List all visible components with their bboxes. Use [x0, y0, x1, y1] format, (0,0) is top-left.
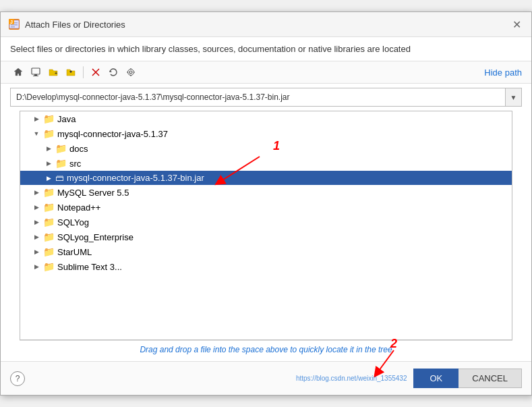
expand-icon: ▶ — [32, 189, 40, 196]
tree-overlay: ▶ 📁 Java ▼ 📁 mysql-connector-java-5.1.37… — [10, 111, 522, 340]
close-button[interactable]: ✕ — [510, 18, 523, 31]
folder-icon: 📁 — [43, 128, 55, 139]
path-input[interactable] — [11, 90, 505, 105]
dialog-title: Attach Files or Directories — [25, 20, 125, 30]
expand-icon: ▶ — [32, 115, 40, 122]
dialog-icon: J — [9, 19, 20, 30]
svg-point-12 — [129, 71, 132, 74]
item-label: Sublime Text 3... — [57, 262, 122, 272]
item-label: SQLyog_Enterprise — [57, 232, 134, 242]
expand-icon: ▶ — [32, 234, 40, 240]
item-label: mysql-connector-java-5.1.37 — [57, 129, 168, 139]
settings-button[interactable] — [123, 64, 139, 80]
toolbar-icons: + — [10, 64, 139, 80]
jar-icon: 🗃 — [55, 173, 64, 183]
folder-icon: 📁 — [43, 261, 55, 272]
delete-button[interactable] — [88, 64, 104, 80]
tree-item[interactable]: ▶ 📁 src — [20, 156, 512, 171]
tree-item[interactable]: ▼ 📁 mysql-connector-java-5.1.37 — [20, 126, 512, 141]
tree-item[interactable]: ▶ 📁 Notepad++ — [20, 200, 512, 215]
folder-icon: 📁 — [43, 202, 55, 213]
bottom-bar: ? 2 https://blog.csdn.net/weixin_1355432… — [1, 361, 531, 395]
drag-hint-area: Drag and drop a file into the space abov… — [10, 340, 522, 358]
toolbar: + — [1, 61, 531, 84]
watermark: https://blog.csdn.net/weixin_1355432 — [296, 375, 407, 382]
home-button[interactable] — [10, 64, 26, 80]
svg-text:+: + — [55, 71, 57, 76]
svg-rect-7 — [34, 74, 37, 76]
item-label: StarUML — [57, 247, 92, 257]
tree-item[interactable]: ▶ 📁 SQLYog — [20, 215, 512, 229]
expand-icon: ▼ — [32, 130, 40, 137]
item-label: src — [69, 159, 81, 169]
tree-item[interactable]: ▶ 📁 MySQL Server 5.5 — [20, 185, 512, 200]
expand-icon: ▶ — [32, 219, 40, 225]
item-label: SQLYog — [57, 217, 89, 227]
svg-rect-3 — [11, 26, 15, 28]
cancel-button[interactable]: CANCEL — [459, 369, 522, 388]
expand-icon: ▶ — [45, 175, 53, 182]
folder-icon: 📁 — [43, 187, 55, 198]
item-label: Java — [57, 114, 76, 124]
path-bar: ▼ — [10, 88, 522, 107]
expand-icon: ▶ — [32, 248, 40, 255]
ok-button[interactable]: OK — [413, 369, 459, 388]
folder-icon: 📁 — [55, 143, 67, 154]
folder-icon: 📁 — [43, 217, 55, 227]
tree-item[interactable]: ▶ 📁 SQLyog_Enterprise — [20, 229, 512, 244]
desktop-button[interactable] — [28, 64, 44, 80]
tree-item[interactable]: ▶ 📁 Sublime Text 3... — [20, 259, 512, 274]
folder-up-button[interactable] — [63, 64, 79, 80]
item-label: docs — [69, 144, 88, 154]
title-bar-left: J Attach Files or Directories — [9, 19, 125, 30]
tree-item-selected[interactable]: ▶ 🗃 mysql-connector-java-5.1.37-bin.jar — [20, 171, 512, 185]
item-label: mysql-connector-java-5.1.37-bin.jar — [67, 173, 204, 183]
path-dropdown-button[interactable]: ▼ — [505, 88, 521, 106]
svg-point-13 — [128, 70, 134, 76]
svg-text:J: J — [10, 20, 13, 24]
refresh-button[interactable] — [105, 64, 121, 80]
drag-drop-hint: Drag and drop a file into the space abov… — [20, 340, 512, 358]
folder-icon: 📁 — [43, 113, 55, 124]
buttons-and-watermark: 2 https://blog.csdn.net/weixin_1355432 O… — [296, 369, 522, 388]
tree-item[interactable]: ▶ 📁 StarUML — [20, 244, 512, 259]
item-label: MySQL Server 5.5 — [57, 188, 129, 198]
svg-rect-8 — [33, 76, 38, 76]
svg-rect-6 — [32, 68, 40, 74]
title-bar: J Attach Files or Directories ✕ — [1, 12, 531, 37]
expand-icon: ▶ — [45, 160, 53, 167]
description-text: Select files or directories in which lib… — [1, 37, 531, 61]
separator-1 — [83, 66, 84, 78]
folder-icon: 📁 — [43, 246, 55, 257]
folder-icon: 📁 — [43, 232, 55, 242]
tree-item[interactable]: ▶ 📁 docs — [20, 141, 512, 156]
svg-rect-2 — [11, 24, 18, 26]
tree-item[interactable]: ▶ 📁 Java — [20, 111, 512, 126]
expand-icon: ▶ — [32, 263, 40, 270]
action-buttons: OK CANCEL — [413, 369, 522, 388]
expand-icon: ▶ — [32, 204, 40, 211]
folder-icon: 📁 — [55, 158, 67, 169]
hide-path-link[interactable]: Hide path — [484, 67, 522, 78]
help-button[interactable]: ? — [10, 371, 25, 386]
new-folder-button[interactable]: + — [45, 64, 61, 80]
attach-files-dialog: J Attach Files or Directories ✕ Select f… — [0, 11, 532, 396]
tree-container[interactable]: ▶ 📁 Java ▼ 📁 mysql-connector-java-5.1.37… — [20, 111, 512, 340]
item-label: Notepad++ — [57, 202, 100, 213]
expand-icon: ▶ — [45, 145, 53, 152]
